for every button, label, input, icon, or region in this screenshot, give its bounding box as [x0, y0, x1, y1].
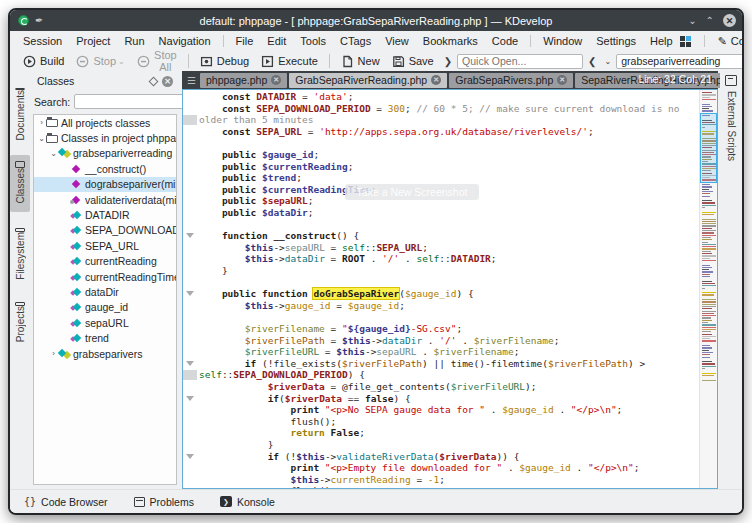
tree-item-validateriverdata-mixed-[interactable]: validateriverdata(mixed) — [34, 192, 176, 207]
code-line[interactable]: $riverFilename = "${gauge_id}-SG.csv"; — [199, 323, 700, 335]
document-tab-grabseparivers-php[interactable]: GrabSepaRivers.php✕ — [449, 73, 573, 88]
bottom-dock-tab-problems[interactable]: Problems — [134, 496, 194, 508]
fold-marker-icon[interactable] — [186, 396, 194, 401]
code-area-button[interactable]: ✎ Code — [718, 35, 744, 48]
fold-marker-icon[interactable] — [186, 454, 194, 459]
close-button[interactable]: ✕ — [723, 14, 736, 27]
tree-expander-icon[interactable]: ⌄ — [37, 134, 46, 143]
code-line[interactable]: print "<p>No SEPA gauge data for " . $ga… — [199, 404, 700, 416]
tree-expander-icon[interactable]: ⌄ — [49, 149, 58, 158]
tree-item-dograbsepariver-mixed-[interactable]: dograbsepariver(mixed) — [34, 177, 176, 192]
minimap-scrollbar[interactable] — [699, 90, 717, 488]
code-line[interactable]: $riverData = @file_get_contents($riverFi… — [199, 381, 700, 393]
tree-item-datadir[interactable]: DATADIR — [34, 207, 176, 222]
code-line[interactable] — [199, 277, 700, 289]
right-dock-tab-external-scripts[interactable]: External Scripts — [726, 91, 737, 161]
code-line[interactable]: const SEPA_DOWNLOAD_PERIOD = 300; // 60 … — [199, 103, 700, 115]
code-line[interactable]: public $gauge_id; — [199, 149, 700, 161]
menu-file[interactable]: File — [229, 33, 261, 49]
tree-item-sepa-download-period[interactable]: SEPA_DOWNLOAD_PERIOD — [34, 223, 176, 238]
search-options-caret[interactable]: ⌄ — [602, 57, 615, 66]
area-switcher-icon[interactable] — [680, 36, 691, 47]
code-line[interactable]: public $dataDir; — [199, 207, 700, 219]
build-button[interactable]: Build — [18, 54, 69, 69]
minimize-button[interactable]: ⌄ — [688, 16, 696, 26]
menu-project[interactable]: Project — [69, 33, 117, 49]
tree-expander-icon[interactable]: › — [37, 118, 46, 127]
menu-run[interactable]: Run — [117, 33, 151, 49]
tab-close-icon[interactable]: ✕ — [557, 75, 567, 85]
code-line[interactable]: public $trend; — [199, 172, 700, 184]
code-line[interactable] — [199, 311, 700, 323]
code-line[interactable]: print "<p>Empty file downloaded for " . … — [199, 462, 700, 474]
menu-navigation[interactable]: Navigation — [152, 33, 218, 49]
code-line[interactable]: flush(); — [199, 485, 700, 488]
tree-item-grabseparivers[interactable]: ›grabseparivers — [34, 346, 176, 361]
menu-bookmarks[interactable]: Bookmarks — [416, 33, 485, 49]
tree-item-currentreading[interactable]: currentReading — [34, 254, 176, 269]
code-line[interactable]: if($riverData == false) { — [199, 393, 700, 405]
document-list-icon[interactable]: ☰ — [187, 75, 196, 86]
tree-item-sepaurl[interactable]: sepaURL — [34, 315, 176, 330]
left-dock-tab-classes[interactable]: Classes — [10, 155, 30, 212]
menu-ctags[interactable]: CTags — [333, 33, 378, 49]
code-line[interactable]: } — [199, 439, 700, 451]
close-panel-icon[interactable]: ✕ — [162, 76, 173, 87]
code-line[interactable]: $this->sepaURL = self::SEPA_URL; — [199, 242, 700, 254]
tab-close-icon[interactable]: ✕ — [271, 75, 281, 85]
code-line[interactable]: const DATADIR = 'data'; — [199, 91, 700, 103]
code-line[interactable]: older than 5 minutes — [199, 114, 700, 126]
tree-item-grabsepariverreading[interactable]: ⌄grabsepariverreading — [34, 146, 176, 161]
code-line[interactable]: if (!$this->validateRiverData($riverData… — [199, 451, 700, 463]
menu-code[interactable]: Code — [485, 33, 525, 49]
quick-open-input[interactable] — [457, 54, 583, 69]
code-line[interactable]: $this->dataDir = ROOT . '/' . self::DATA… — [199, 253, 700, 265]
debug-button[interactable]: Debug — [195, 54, 254, 69]
code-line[interactable] — [199, 219, 700, 231]
detach-panel-icon[interactable] — [149, 76, 159, 86]
code-line[interactable]: const SEPA_URL = 'http://apps.sepa.org.u… — [199, 126, 700, 138]
code-line[interactable]: if (!file_exists($riverFilePath) || time… — [199, 358, 700, 370]
stop-button[interactable]: Stop⌄ — [71, 54, 129, 69]
dropdown-caret-icon[interactable]: ⌄ — [118, 57, 125, 66]
code-line[interactable]: flush(); — [199, 416, 700, 428]
fold-marker-icon[interactable] — [186, 361, 194, 366]
left-dock-tab-documents[interactable]: Documents — [10, 93, 30, 149]
code-area[interactable]: const DATADIR = 'data'; const SEPA_DOWNL… — [183, 90, 700, 488]
code-line[interactable] — [199, 137, 700, 149]
code-line[interactable]: $riverFileURL = $this->sepaURL . $riverF… — [199, 346, 700, 358]
code-line[interactable]: function __construct() { — [199, 230, 700, 242]
tree-item-gauge-id[interactable]: gauge_id — [34, 300, 176, 315]
tree-item-sepa-url[interactable]: SEPA_URL — [34, 238, 176, 253]
new-button[interactable]: New — [336, 54, 385, 69]
fold-marker-icon[interactable] — [186, 291, 194, 296]
tree-item-trend[interactable]: trend — [34, 330, 176, 345]
search-prev-icon[interactable]: ❮ — [585, 56, 599, 67]
code-line[interactable]: public function doGrabSepaRiver($gauge_i… — [199, 288, 700, 300]
tree-item-datadir[interactable]: dataDir — [34, 284, 176, 299]
left-dock-tab-filesystem[interactable]: Filesystem — [10, 222, 30, 288]
menu-edit[interactable]: Edit — [260, 33, 293, 49]
execute-button[interactable]: Execute — [256, 54, 323, 69]
code-line[interactable]: $this->gauge_id = $gauge_id; — [199, 300, 700, 312]
tree-expander-icon[interactable]: › — [49, 349, 58, 358]
code-line[interactable]: $this->currentReading = -1; — [199, 474, 700, 486]
bottom-dock-tab-code-browser[interactable]: {}Code Browser — [24, 496, 108, 508]
code-line[interactable]: $riverFilePath = $this->dataDir . '/' . … — [199, 335, 700, 347]
tab-close-icon[interactable]: ✕ — [431, 75, 441, 85]
fold-marker-icon[interactable] — [186, 233, 194, 238]
left-dock-tab-projects[interactable]: Projects — [10, 296, 30, 350]
save-button[interactable]: Save — [387, 54, 439, 69]
code-line[interactable]: return False; — [199, 427, 700, 439]
menu-tools[interactable]: Tools — [293, 33, 333, 49]
maximize-button[interactable]: ⌃ — [706, 16, 714, 26]
menu-session[interactable]: Session — [16, 33, 69, 49]
minimap-viewport-handle[interactable] — [700, 113, 717, 183]
tree-item-all-projects-classes[interactable]: ›All projects classes — [34, 115, 176, 130]
document-tab-phppage-php[interactable]: phppage.php✕ — [200, 73, 287, 88]
menu-settings[interactable]: Settings — [589, 33, 643, 49]
toolbar-search-input[interactable] — [616, 54, 744, 69]
menu-help[interactable]: Help — [643, 33, 680, 49]
tree-item-classes-in-project-phppage[interactable]: ⌄Classes in project phppage — [34, 130, 176, 145]
tree-item-currentreadingtime[interactable]: currentReadingTime — [34, 269, 176, 284]
